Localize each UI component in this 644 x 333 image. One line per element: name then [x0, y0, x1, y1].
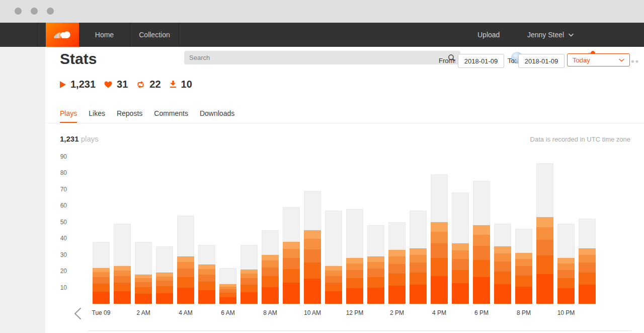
y-axis-label: 10	[48, 284, 67, 292]
bar-play-segment	[304, 239, 321, 249]
bar-play-segment	[515, 276, 532, 287]
chart-bar[interactable]	[325, 211, 342, 304]
bar-play-segment	[579, 248, 596, 255]
chart-bar[interactable]	[452, 192, 469, 304]
tab-comments[interactable]: Comments	[154, 108, 188, 123]
chart-bar[interactable]	[304, 191, 321, 304]
bar-play-segment	[579, 262, 596, 273]
bar-play-segment	[536, 255, 553, 275]
x-axis-label: 2 AM	[123, 309, 164, 316]
bar-play-segment	[93, 284, 110, 292]
bar-play-segment	[388, 274, 406, 286]
x-axis-label: 10 PM	[546, 309, 586, 316]
bar-play-segment	[283, 249, 300, 257]
bar-play-segment	[325, 283, 342, 291]
bar-play-segment	[452, 259, 469, 270]
plays-counter: 1,231	[60, 79, 96, 90]
soundcloud-stats-window: Home Collection Upload Jenny Steel	[0, 0, 644, 333]
bar-play-segment	[114, 291, 131, 304]
bar-play-segment	[325, 266, 342, 271]
chart-bar[interactable]	[536, 163, 553, 304]
chart-bar[interactable]	[198, 245, 215, 304]
chart-bar[interactable]	[494, 224, 511, 304]
bar-remainder-segment	[135, 242, 152, 275]
chart-bar[interactable]	[515, 229, 532, 304]
x-axis-label: 8 PM	[504, 309, 544, 316]
bar-remainder-segment	[367, 225, 384, 256]
bar-play-segment	[579, 285, 596, 304]
chart-bar[interactable]	[156, 246, 173, 304]
tab-downloads[interactable]: Downloads	[200, 108, 234, 123]
browser-chrome	[0, 0, 644, 23]
bar-play-segment	[325, 271, 342, 276]
bar-play-segment	[431, 222, 448, 232]
chart-bar[interactable]	[262, 230, 279, 304]
bar-remainder-segment	[93, 242, 110, 268]
date-preset-select[interactable]: Today	[567, 53, 630, 66]
chart-bar[interactable]	[431, 174, 448, 304]
bar-remainder-segment	[346, 209, 363, 258]
chart-bar[interactable]	[346, 209, 363, 304]
chart-bar[interactable]	[283, 207, 300, 304]
chart-prev-arrow[interactable]	[73, 307, 82, 322]
bar-play-segment	[135, 278, 152, 282]
tab-plays[interactable]: Plays	[60, 108, 77, 123]
bar-play-segment	[536, 274, 553, 304]
nav-divider	[179, 23, 179, 47]
section-divider	[88, 330, 631, 331]
bar-play-segment	[579, 255, 596, 262]
y-axis-label: 90	[48, 153, 67, 161]
bar-play-segment	[473, 246, 490, 260]
bar-play-segment	[114, 283, 131, 291]
chart-bar[interactable]	[177, 216, 194, 304]
window-control-close[interactable]	[15, 8, 22, 15]
chart-bar[interactable]	[367, 225, 384, 304]
bar-play-segment	[473, 277, 490, 304]
bar-play-segment	[431, 243, 448, 258]
tab-likes[interactable]: Likes	[89, 108, 105, 123]
bar-remainder-segment	[515, 229, 532, 253]
nav-collection[interactable]: Collection	[130, 23, 179, 47]
bar-play-segment	[557, 258, 575, 263]
chart-bar[interactable]	[388, 222, 406, 304]
top-navbar: Home Collection Upload Jenny Steel	[0, 23, 644, 47]
bar-play-segment	[135, 294, 152, 304]
bar-remainder-segment	[156, 246, 173, 273]
bar-play-segment	[473, 225, 490, 235]
page-title: Stats	[60, 50, 97, 68]
bar-play-segment	[579, 273, 596, 285]
chart-bar[interactable]	[579, 219, 596, 304]
bar-play-segment	[283, 242, 300, 249]
bar-play-segment	[114, 266, 131, 271]
chart-bar[interactable]	[219, 268, 236, 304]
from-date-input[interactable]	[458, 54, 504, 68]
bar-play-segment	[410, 262, 427, 273]
bar-play-segment	[156, 273, 173, 276]
chart-bar[interactable]	[93, 242, 110, 304]
bar-play-segment	[262, 255, 279, 261]
to-date-input[interactable]	[518, 54, 565, 68]
window-control-zoom[interactable]	[47, 8, 54, 15]
bar-play-segment	[304, 230, 321, 239]
soundcloud-logo[interactable]	[46, 23, 79, 47]
bar-play-segment	[219, 293, 236, 297]
chart-total-unit: plays	[81, 135, 99, 143]
search-input[interactable]	[184, 54, 448, 61]
downloads-counter: 10	[170, 79, 192, 90]
chart-bar[interactable]	[240, 245, 258, 304]
bar-play-segment	[388, 250, 406, 256]
chart-bar[interactable]	[557, 224, 575, 304]
x-axis-label: 12 PM	[335, 309, 375, 316]
tab-reposts[interactable]: Reposts	[117, 108, 142, 123]
chart-bar[interactable]	[410, 211, 427, 304]
nav-home[interactable]: Home	[79, 23, 130, 47]
upload-button[interactable]: Upload	[477, 23, 500, 47]
bar-play-segment	[93, 268, 110, 273]
user-menu[interactable]: Jenny Steel	[527, 23, 574, 47]
chart-bar[interactable]	[135, 242, 152, 304]
chart-bar[interactable]	[473, 181, 490, 304]
chart-bar[interactable]	[114, 224, 131, 304]
window-control-minimize[interactable]	[31, 8, 38, 15]
bar-play-segment	[346, 288, 363, 304]
x-axis-label: Tue 09	[81, 309, 121, 316]
